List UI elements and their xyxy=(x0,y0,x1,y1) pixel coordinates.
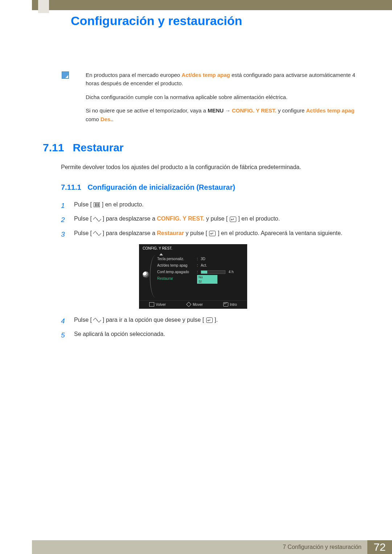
osd-label: Restaurar xyxy=(157,276,196,280)
osd-value: 4 h xyxy=(199,270,234,274)
menu-label: MENU xyxy=(208,107,224,114)
menu-button-icon xyxy=(94,202,100,207)
step-text: Se aplicará la opción seleccionada. xyxy=(74,330,363,340)
page-title: Configuración y restauración xyxy=(71,14,242,28)
text: Si no quiere que se active el temporizad… xyxy=(86,107,208,114)
text: ] para ir a la opción que desee y pulse … xyxy=(103,317,204,323)
hint-label: Volver xyxy=(156,303,166,307)
step-text: Pulse [ ] para ir a la opción que desee … xyxy=(74,316,363,326)
osd-screenshot: CONFIG. Y REST. Tecla personaliz. : 3D A… xyxy=(139,244,247,309)
osd-label: Conf.temp.apagado xyxy=(157,270,196,274)
page-footer: 7 Configuración y restauración 72 xyxy=(32,540,392,554)
section-intro: Permite devolver todos los ajustes del p… xyxy=(61,164,363,171)
text: y configure xyxy=(277,107,306,114)
osd-row: Act/des temp apag : Act. xyxy=(157,263,244,267)
menu-button-icon xyxy=(149,302,154,307)
enter-icon xyxy=(223,302,228,307)
text: ]. xyxy=(215,317,218,323)
emphasis: Act/des temp apag xyxy=(306,107,354,114)
updown-icon xyxy=(94,232,101,235)
step-text: Pulse [ ] para desplazarse a CONFIG. Y R… xyxy=(74,214,363,225)
text: Pulse [ xyxy=(74,201,92,208)
top-bar xyxy=(32,0,392,10)
step-1: 1 Pulse [ ] en el producto. xyxy=(61,200,363,211)
text: Pulse [ xyxy=(74,230,92,236)
step-number: 3 xyxy=(61,229,74,239)
osd-hint-move: Mover xyxy=(186,302,203,307)
footer-chapter: 7 Configuración y restauración xyxy=(32,540,367,554)
dropdown-option: Sí xyxy=(197,279,217,284)
subsection-title: Configuración de inicialización (Restaur… xyxy=(87,183,235,191)
osd-value: 3D xyxy=(199,257,205,261)
osd-footer: Volver Mover Intro xyxy=(139,300,247,307)
step-number: 2 xyxy=(61,214,74,225)
emphasis: Des. xyxy=(101,116,112,122)
osd-row: Tecla personaliz. : 3D xyxy=(157,257,244,261)
osd-hint-back: Volver xyxy=(149,302,166,307)
step-5: 5 Se aplicará la opción seleccionada. xyxy=(61,330,363,340)
note-paragraph-2: Dicha configuración cumple con la normat… xyxy=(86,93,363,101)
slider-value: 4 h xyxy=(229,270,234,274)
dropdown-option: No xyxy=(197,275,217,279)
osd-curve xyxy=(150,255,155,297)
gear-icon xyxy=(143,271,149,278)
text: ] para desplazarse a xyxy=(103,230,157,236)
arrow-icon: → xyxy=(224,108,232,114)
updown-icon xyxy=(94,319,101,322)
steps-list-upper: 1 Pulse [ ] en el producto. 2 Pulse [ ] … xyxy=(61,200,363,243)
text: Pulse [ xyxy=(74,317,92,323)
text: ] para desplazarse a xyxy=(103,216,157,222)
osd-value: Act. xyxy=(199,263,207,267)
step-text: Pulse [ ] en el producto. xyxy=(74,200,363,211)
osd-label: Tecla personaliz. xyxy=(157,257,196,261)
text: En productos para el mercado europeo xyxy=(86,72,181,78)
section-number: 7.11 xyxy=(43,141,71,154)
note-paragraph-1: En productos para el mercado europeo Act… xyxy=(86,71,363,88)
note-icon xyxy=(62,71,69,79)
updown-icon xyxy=(94,218,101,221)
subsection-number: 7.11.1 xyxy=(61,183,81,191)
step-text: Pulse [ ] para desplazarse a Restaurar y… xyxy=(74,229,363,239)
text: y pulse [ xyxy=(204,216,228,222)
enter-icon xyxy=(230,217,236,222)
emphasis: CONFIG. Y REST. xyxy=(157,216,204,222)
section-heading: 7.11 Restaurar xyxy=(43,141,124,154)
text: ] en el producto. xyxy=(102,201,144,208)
note-paragraph-3: Si no quiere que se active el temporizad… xyxy=(86,106,363,124)
slider-icon xyxy=(201,270,225,274)
step-4: 4 Pulse [ ] para ir a la opción que dese… xyxy=(61,316,363,326)
emphasis: Restaurar xyxy=(157,230,184,236)
step-number: 4 xyxy=(61,316,74,326)
top-tab xyxy=(38,0,49,13)
note-block: En productos para el mercado europeo Act… xyxy=(73,71,363,128)
section-title: Restaurar xyxy=(73,141,123,153)
osd-body: Tecla personaliz. : 3D Act/des temp apag… xyxy=(139,253,247,300)
osd-label: Act/des temp apag xyxy=(157,263,196,267)
text: como xyxy=(86,116,101,122)
osd-hint-enter: Intro xyxy=(223,302,237,307)
hint-label: Intro xyxy=(230,303,237,307)
step-2: 2 Pulse [ ] para desplazarse a CONFIG. Y… xyxy=(61,214,363,225)
text: . xyxy=(112,116,114,122)
step-number: 5 xyxy=(61,330,74,340)
enter-icon xyxy=(209,231,216,236)
osd-row: Conf.temp.apagado : 4 h xyxy=(157,270,244,274)
text: Pulse [ xyxy=(74,216,92,222)
osd-title: CONFIG. Y REST. xyxy=(139,244,247,253)
diamond-icon xyxy=(186,302,191,307)
text: ] en el producto. xyxy=(238,216,280,222)
text: ] en el producto. Aparecerá la ventana s… xyxy=(218,230,342,236)
up-arrow-icon xyxy=(159,253,163,255)
step-3: 3 Pulse [ ] para desplazarse a Restaurar… xyxy=(61,229,363,239)
hint-label: Mover xyxy=(193,303,203,307)
footer-page-number: 72 xyxy=(367,540,392,554)
subsection-heading: 7.11.1 Configuración de inicialización (… xyxy=(61,183,235,192)
steps-list-lower: 4 Pulse [ ] para ir a la opción que dese… xyxy=(61,316,363,344)
text: y pulse [ xyxy=(184,230,207,236)
enter-icon xyxy=(206,317,213,323)
osd-dropdown: No Sí xyxy=(197,275,217,284)
emphasis: CONFIG. Y REST. xyxy=(232,107,277,114)
emphasis: Act/des temp apag xyxy=(181,72,230,78)
step-number: 1 xyxy=(61,200,74,211)
